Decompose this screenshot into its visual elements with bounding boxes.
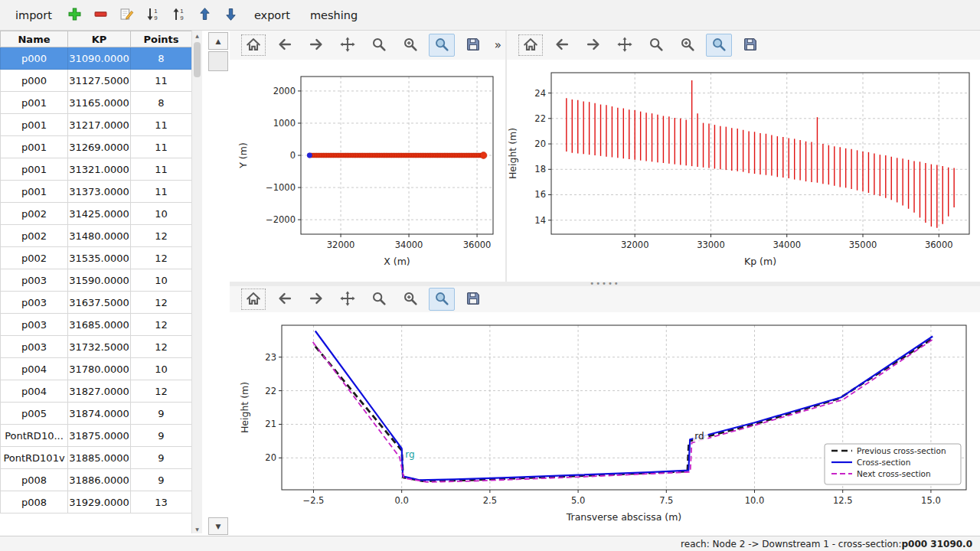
subplots-button[interactable] bbox=[397, 288, 423, 311]
pan-button[interactable] bbox=[335, 288, 361, 311]
table-cell[interactable]: 12 bbox=[131, 292, 192, 314]
table-cell[interactable]: 11 bbox=[131, 158, 192, 181]
table-cell[interactable]: 9 bbox=[131, 425, 192, 447]
table-cell[interactable]: PontRD10... bbox=[1, 425, 68, 447]
table-cell[interactable]: 31480.0000 bbox=[68, 225, 131, 247]
table-cell[interactable]: p005 bbox=[1, 403, 68, 425]
table-cell[interactable]: p000 bbox=[1, 70, 68, 92]
xy-plan-plot[interactable]: 320003400036000−2000−1000010002000X (m)Y… bbox=[230, 60, 505, 282]
zoom-button[interactable] bbox=[366, 34, 392, 57]
back-button[interactable] bbox=[549, 34, 575, 57]
table-row[interactable]: PontRD10...31875.00009 bbox=[1, 425, 192, 447]
table-scrollbar[interactable]: ▲ ▼ bbox=[191, 31, 202, 533]
table-row[interactable]: p00831929.000013 bbox=[1, 491, 192, 514]
customize-button[interactable] bbox=[429, 34, 455, 57]
pan-button[interactable] bbox=[612, 34, 638, 57]
home-button[interactable] bbox=[240, 288, 266, 311]
sort-ascending-button[interactable]: 19 bbox=[167, 4, 191, 27]
table-cell[interactable]: 12 bbox=[131, 314, 192, 336]
table-cell[interactable]: 31732.5000 bbox=[68, 336, 131, 358]
toolbar-extension-button[interactable]: » bbox=[495, 38, 501, 52]
table-cell[interactable]: 12 bbox=[131, 247, 192, 269]
table-row[interactable]: p00531874.00009 bbox=[1, 403, 192, 425]
table-cell[interactable]: 13 bbox=[131, 491, 192, 514]
cross-section-plot[interactable]: −2.50.02.55.07.510.012.515.020212223Tran… bbox=[230, 312, 980, 534]
column-header-kp[interactable]: KP bbox=[68, 31, 131, 47]
table-cell[interactable]: 31269.0000 bbox=[68, 136, 131, 158]
customize-button[interactable] bbox=[429, 288, 455, 311]
table-scroll-up-button[interactable]: ▲ bbox=[192, 31, 202, 40]
table-cell[interactable]: 11 bbox=[131, 181, 192, 203]
edit-button[interactable] bbox=[115, 4, 139, 27]
table-cell[interactable]: p001 bbox=[1, 136, 68, 158]
table-row[interactable]: p00131217.000011 bbox=[1, 114, 192, 136]
table-row[interactable]: p00831886.00009 bbox=[1, 469, 192, 491]
table-cell[interactable]: p002 bbox=[1, 225, 68, 247]
table-cell[interactable]: 9 bbox=[131, 447, 192, 469]
table-row[interactable]: p00031090.00008 bbox=[1, 47, 192, 70]
table-row[interactable]: p00131373.000011 bbox=[1, 181, 192, 203]
table-cell[interactable]: 8 bbox=[131, 92, 192, 114]
table-cell[interactable]: 10 bbox=[131, 269, 192, 292]
table-row[interactable]: p00131321.000011 bbox=[1, 158, 192, 181]
table-cell[interactable]: 8 bbox=[131, 47, 192, 70]
zoom-button[interactable] bbox=[643, 34, 669, 57]
table-cell[interactable]: 31874.0000 bbox=[68, 403, 131, 425]
table-cell[interactable]: p003 bbox=[1, 292, 68, 314]
table-row[interactable]: PontRD101v31885.00009 bbox=[1, 447, 192, 469]
save-button[interactable] bbox=[737, 34, 763, 57]
table-cell[interactable]: 31827.0000 bbox=[68, 380, 131, 403]
save-button[interactable] bbox=[460, 34, 486, 57]
table-cell[interactable]: 31217.0000 bbox=[68, 114, 131, 136]
move-up-button[interactable] bbox=[193, 4, 217, 27]
column-header-points[interactable]: Points bbox=[131, 31, 192, 47]
meshing-button[interactable]: meshing bbox=[301, 5, 367, 25]
table-cell[interactable]: 31590.0000 bbox=[68, 269, 131, 292]
home-button[interactable] bbox=[518, 34, 544, 57]
customize-button[interactable] bbox=[706, 34, 732, 57]
panel-scrollbar[interactable]: ▲ ▼ bbox=[208, 31, 228, 536]
back-button[interactable] bbox=[272, 288, 298, 311]
table-cell[interactable]: 11 bbox=[131, 114, 192, 136]
panel-scroll-down-button[interactable]: ▼ bbox=[208, 517, 228, 535]
table-row[interactable]: p00431780.000010 bbox=[1, 358, 192, 380]
table-cell[interactable]: p004 bbox=[1, 380, 68, 403]
panel-scroll-up-button[interactable]: ▲ bbox=[208, 32, 228, 50]
table-row[interactable]: p00331590.000010 bbox=[1, 269, 192, 292]
table-cell[interactable]: 11 bbox=[131, 70, 192, 92]
table-row[interactable]: p00331685.000012 bbox=[1, 314, 192, 336]
table-row[interactable]: p00431827.000012 bbox=[1, 380, 192, 403]
subplots-button[interactable] bbox=[675, 34, 701, 57]
table-row[interactable]: p00131269.000011 bbox=[1, 136, 192, 158]
table-row[interactable]: p00331732.500012 bbox=[1, 336, 192, 358]
table-cell[interactable]: 11 bbox=[131, 136, 192, 158]
table-scroll-down-button[interactable]: ▼ bbox=[192, 524, 202, 533]
table-cell[interactable]: 31929.0000 bbox=[68, 491, 131, 514]
subplots-button[interactable] bbox=[397, 34, 423, 57]
table-row[interactable]: p00131165.00008 bbox=[1, 92, 192, 114]
import-button[interactable]: import bbox=[6, 5, 61, 25]
table-cell[interactable]: 31637.5000 bbox=[68, 292, 131, 314]
table-cell[interactable]: 31875.0000 bbox=[68, 425, 131, 447]
back-button[interactable] bbox=[272, 34, 298, 57]
table-cell[interactable]: PontRD101v bbox=[1, 447, 68, 469]
table-cell[interactable]: 31165.0000 bbox=[68, 92, 131, 114]
table-row[interactable]: p00231535.000012 bbox=[1, 247, 192, 269]
table-cell[interactable]: 31127.5000 bbox=[68, 70, 131, 92]
table-cell[interactable]: p004 bbox=[1, 358, 68, 380]
table-cell[interactable]: p001 bbox=[1, 92, 68, 114]
table-cell[interactable]: 31425.0000 bbox=[68, 203, 131, 225]
table-cell[interactable]: p008 bbox=[1, 491, 68, 514]
pan-button[interactable] bbox=[335, 34, 361, 57]
table-cell[interactable]: p001 bbox=[1, 114, 68, 136]
panel-scrollbar-thumb[interactable] bbox=[208, 51, 228, 71]
table-cell[interactable]: 9 bbox=[131, 469, 192, 491]
table-row[interactable]: p00031127.500011 bbox=[1, 70, 192, 92]
table-row[interactable]: p00231425.000010 bbox=[1, 203, 192, 225]
table-cell[interactable]: 9 bbox=[131, 403, 192, 425]
table-cell[interactable]: p002 bbox=[1, 203, 68, 225]
table-cell[interactable]: 12 bbox=[131, 336, 192, 358]
home-button[interactable] bbox=[240, 34, 266, 57]
sort-descending-button[interactable]: 19 bbox=[141, 4, 165, 27]
table-cell[interactable]: 10 bbox=[131, 203, 192, 225]
